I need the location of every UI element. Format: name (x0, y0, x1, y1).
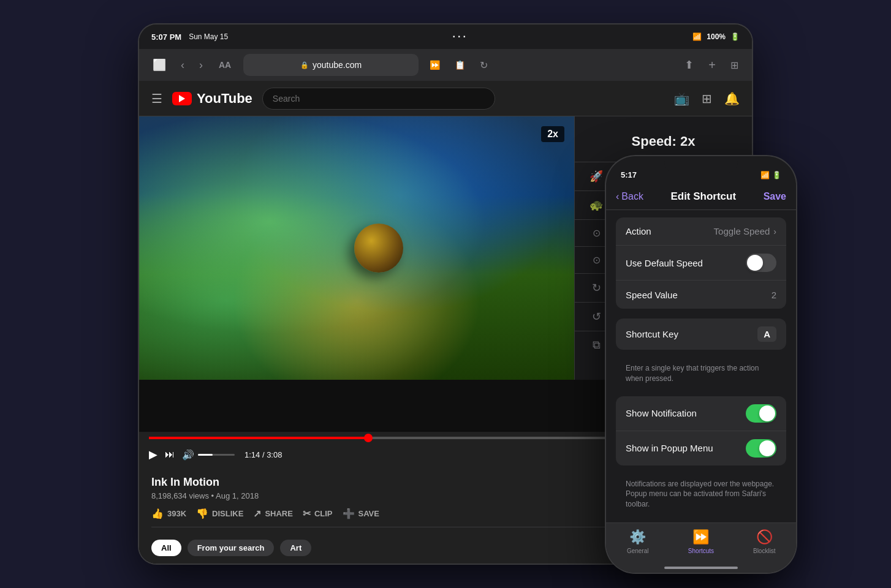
save-icon: ➕ (343, 508, 355, 519)
blocklist-label: Blocklist (753, 548, 776, 554)
youtube-logo-text: YouTube (197, 91, 252, 107)
youtube-logo: YouTube (172, 91, 252, 107)
use-default-speed-toggle[interactable] (746, 254, 776, 272)
video-sphere (354, 224, 403, 273)
header-actions: 📺 ⊞ 🔔 (674, 91, 740, 106)
tab-art[interactable]: Art (280, 540, 311, 556)
volume-control: 🔊 (182, 449, 235, 461)
back-button[interactable]: ‹ (177, 56, 188, 74)
shortcut-key-value: A (757, 326, 776, 342)
battery-icon: 🔋 (730, 32, 740, 41)
dislike-button[interactable]: 👎 DISLIKE (196, 508, 243, 519)
youtube-logo-icon (172, 92, 192, 105)
next-button[interactable]: ⏭ (165, 449, 175, 460)
reading-list-button[interactable]: 📋 (451, 58, 469, 72)
iphone-tab-bar: ⚙️ General ⏩ Shortcuts 🚫 Blocklist (606, 522, 796, 573)
reader-mode-button[interactable]: ⏩ (426, 58, 444, 72)
tab-from-search[interactable]: From your search (188, 540, 275, 556)
use-default-speed-label: Use Default Speed (626, 258, 746, 268)
back-chevron-icon: ‹ (616, 191, 619, 202)
notification-hint: Notifications are displayed over the web… (606, 475, 796, 512)
share-button[interactable]: ↗ SHARE (253, 508, 293, 519)
ipad-right-icons: 📶 100% 🔋 (692, 32, 740, 41)
apps-icon[interactable]: ⊞ (702, 91, 712, 106)
new-tab-button[interactable]: + (705, 56, 719, 75)
iphone-battery-icon: 🔋 (772, 171, 781, 179)
time-display: 1:14 / 3:08 (245, 450, 282, 459)
show-notification-toggle[interactable] (746, 404, 776, 423)
show-notification-row: Show Notification (616, 396, 786, 431)
share-button[interactable]: ⬆ (681, 56, 697, 74)
blocklist-icon: 🚫 (756, 529, 773, 545)
notifications-section: Show Notification Show in Popup Menu (616, 396, 786, 466)
tab-blocklist[interactable]: 🚫 Blocklist (733, 529, 796, 554)
iphone-frame: 5:17 📶 🔋 ‹ Back Edit Shortcut Save Actio… (606, 156, 796, 573)
clip-label: CLIP (314, 509, 333, 518)
reload-button[interactable]: ↻ (476, 57, 491, 74)
clip-button[interactable]: ✂ CLIP (303, 508, 333, 519)
back-button[interactable]: ‹ Back (616, 191, 643, 202)
youtube-header: ☰ YouTube Search 📺 ⊞ 🔔 (139, 81, 752, 116)
action-value: Toggle Speed › (714, 226, 776, 236)
iphone-nav-bar: ‹ Back Edit Shortcut Save (606, 183, 796, 210)
forward-button[interactable]: › (195, 56, 207, 74)
speed-badge: 2x (541, 126, 564, 142)
pip-icon: ⧉ (590, 339, 603, 352)
action-label: Action (626, 226, 714, 236)
progress-thumb[interactable] (364, 434, 373, 442)
action-row[interactable]: Action Toggle Speed › (616, 217, 786, 246)
progress-fill (149, 437, 368, 439)
action-value-text: Toggle Speed (714, 226, 770, 236)
speed-value-display: 2 (772, 290, 776, 300)
save-label: SAVE (358, 509, 379, 518)
popup-toggle-knob (759, 440, 775, 456)
iphone-content: Action Toggle Speed › Use Default Speed … (606, 210, 796, 536)
tab-overview-button[interactable]: ⊞ (727, 57, 742, 74)
like-icon: 👍 (151, 508, 164, 519)
notifications-icon[interactable]: 🔔 (724, 91, 740, 106)
general-label: General (627, 548, 649, 554)
back-label: Back (621, 191, 643, 202)
shortcut-key-row[interactable]: Shortcut Key A (616, 318, 786, 350)
cast-icon[interactable]: 📺 (674, 91, 689, 106)
search-bar[interactable]: Search (262, 88, 495, 110)
sidebar-toggle-button[interactable]: ⬜ (149, 56, 170, 74)
dislike-label: DISLIKE (212, 509, 243, 518)
save-button[interactable]: ➕ SAVE (343, 508, 379, 519)
play-pause-button[interactable]: ▶ (149, 448, 157, 461)
tab-all[interactable]: All (151, 540, 181, 556)
tab-general[interactable]: ⚙️ General (606, 529, 669, 554)
url-bar[interactable]: 🔒 youtube.com (243, 54, 419, 76)
notification-toggle-knob (759, 405, 775, 421)
show-in-popup-row: Show in Popup Menu (616, 431, 786, 466)
lock-icon: 🔒 (300, 61, 309, 69)
speed-popup-title: Speed: 2x (575, 116, 752, 162)
browser-bar: ⬜ ‹ › AA 🔒 youtube.com ⏩ 📋 ↻ ⬆ + ⊞ (139, 49, 752, 81)
volume-bar[interactable] (198, 454, 235, 456)
like-button[interactable]: 👍 393K (151, 508, 186, 519)
like-count: 393K (167, 509, 186, 518)
show-in-popup-toggle[interactable] (746, 439, 776, 458)
shortcut-section: Shortcut Key A (616, 318, 786, 350)
menu-icon[interactable]: ☰ (151, 91, 162, 106)
volume-icon[interactable]: 🔊 (182, 449, 194, 461)
battery-text: 100% (707, 32, 726, 41)
volume-fill (198, 454, 213, 456)
action-section: Action Toggle Speed › Use Default Speed … (616, 217, 786, 309)
iphone-time: 5:17 (621, 170, 637, 179)
iphone-wifi-icon: 📶 (760, 171, 770, 179)
save-button[interactable]: Save (764, 191, 786, 202)
skip-backward-icon: ↺ (590, 310, 603, 323)
home-indicator (664, 567, 738, 569)
tab-shortcuts[interactable]: ⏩ Shortcuts (669, 529, 732, 554)
text-size-button[interactable]: AA (214, 58, 236, 72)
video-player[interactable]: 2x (139, 116, 574, 380)
ipad-date: Sun May 15 (189, 32, 228, 41)
action-chevron-icon: › (773, 227, 776, 236)
shortcuts-icon: ⏩ (692, 529, 709, 545)
skip-forward-icon: ↻ (590, 281, 603, 295)
shortcuts-label: Shortcuts (688, 548, 714, 554)
dislike-icon: 👎 (196, 508, 208, 519)
ipad-status-bar: 5:07 PM Sun May 15 ··· 📶 100% 🔋 (139, 24, 752, 49)
general-icon: ⚙️ (629, 529, 646, 545)
